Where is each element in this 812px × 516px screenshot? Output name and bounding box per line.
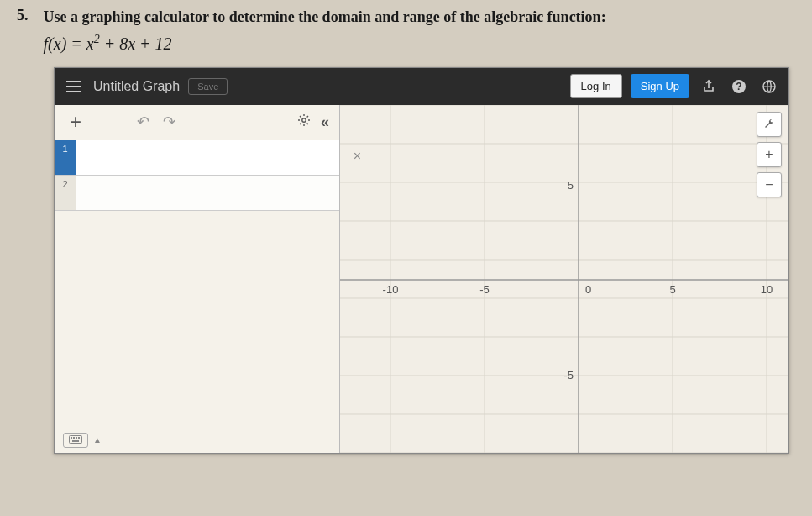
x-tick-zero: 0 — [585, 283, 591, 296]
login-button[interactable]: Log In — [570, 74, 622, 98]
svg-rect-5 — [71, 437, 72, 439]
top-bar: Untitled Graph Save Log In Sign Up ? — [55, 68, 788, 105]
svg-point-3 — [302, 118, 306, 122]
y-tick-pos5: 5 — [568, 179, 574, 192]
share-icon[interactable] — [698, 76, 720, 97]
svg-rect-7 — [76, 437, 77, 439]
help-icon[interactable]: ? — [728, 76, 750, 97]
question-formula: f(x) = x2 + 8x + 12 — [44, 33, 796, 54]
expression-number: 2 — [55, 176, 76, 210]
redo-icon[interactable]: ↷ — [163, 113, 175, 131]
zoom-out-button[interactable]: − — [757, 172, 782, 197]
sidebar-toolbar: + ↶ ↷ « — [55, 105, 339, 140]
zoom-in-button[interactable]: + — [757, 142, 782, 167]
expression-sidebar: + ↶ ↷ « 1 × 2 — [55, 105, 340, 453]
graph-canvas[interactable]: -10 -5 0 5 10 5 -5 + − — [340, 105, 788, 453]
svg-rect-4 — [70, 435, 82, 443]
svg-rect-8 — [78, 437, 80, 439]
question-text-block: Use a graphing calculator to determine t… — [44, 7, 796, 54]
undo-icon[interactable]: ↶ — [137, 113, 149, 131]
add-expression-button[interactable]: + — [65, 108, 86, 135]
y-tick-neg5: -5 — [563, 369, 574, 382]
collapse-icon[interactable]: « — [321, 113, 329, 131]
keypad-arrow-icon: ▲ — [93, 435, 102, 445]
settings-icon[interactable] — [297, 113, 311, 130]
keyboard-icon[interactable] — [63, 433, 88, 448]
svg-rect-6 — [73, 437, 75, 439]
svg-text:?: ? — [736, 81, 741, 92]
menu-icon[interactable] — [63, 77, 85, 96]
language-icon[interactable] — [758, 76, 780, 97]
signup-button[interactable]: Sign Up — [631, 74, 689, 98]
graphing-calculator: Untitled Graph Save Log In Sign Up ? + ↶… — [54, 67, 789, 454]
zoom-tools: + − — [757, 112, 782, 197]
x-tick-neg5: -5 — [479, 283, 490, 296]
question-number: 5. — [17, 7, 29, 54]
svg-rect-9 — [72, 440, 79, 442]
expression-input-1[interactable]: × — [76, 140, 339, 175]
expression-row-2[interactable]: 2 — [55, 176, 339, 211]
x-tick-neg10: -10 — [383, 283, 399, 296]
expression-number: 1 — [55, 140, 76, 175]
expression-row-1[interactable]: 1 × — [55, 140, 339, 176]
save-button[interactable]: Save — [188, 78, 228, 95]
graph-settings-button[interactable] — [757, 112, 782, 137]
graph-title: Untitled Graph — [93, 79, 180, 94]
x-tick-pos5: 5 — [669, 283, 675, 296]
question-prompt: Use a graphing calculator to determine t… — [44, 7, 796, 28]
keypad-toggle[interactable]: ▲ — [55, 428, 339, 453]
expression-input-2[interactable] — [76, 176, 339, 210]
x-tick-pos10: 10 — [761, 283, 773, 296]
